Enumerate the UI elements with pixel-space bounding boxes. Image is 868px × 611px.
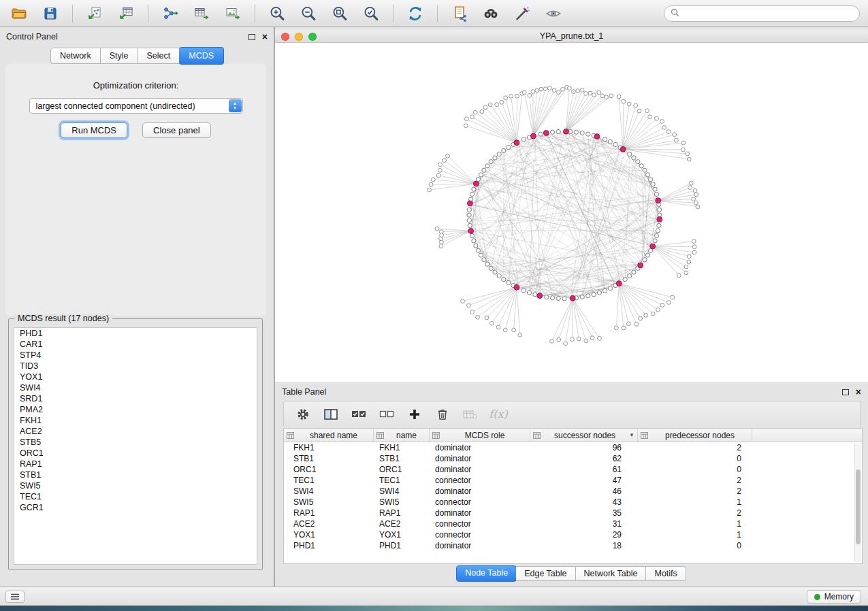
zoom-out-icon[interactable] <box>296 3 321 24</box>
mcds-result-item[interactable]: ORC1 <box>14 448 257 459</box>
memory-label: Memory <box>824 592 854 601</box>
search-box[interactable] <box>664 5 860 22</box>
float-table-panel-icon[interactable] <box>842 389 849 395</box>
mcds-result-item[interactable]: SWI4 <box>14 382 257 393</box>
table-cell: connector <box>430 476 530 485</box>
tab-style[interactable]: Style <box>101 48 138 64</box>
tab-network[interactable]: Network <box>50 48 101 64</box>
mcds-result-item[interactable]: TID3 <box>14 361 257 371</box>
export-image-icon[interactable] <box>221 3 245 24</box>
table-cell: SWI4 <box>374 486 430 496</box>
table-settings-gear-icon[interactable] <box>295 406 311 423</box>
table-cell: dominator <box>430 508 530 518</box>
mcds-result-item[interactable]: YOX1 <box>14 371 257 382</box>
run-mcds-button[interactable]: Run MCDS <box>61 122 127 138</box>
network-canvas[interactable] <box>275 43 868 382</box>
table-row[interactable]: RAP1RAP1dominator352 <box>284 508 862 518</box>
status-bar: Memory <box>0 587 868 606</box>
mcds-result-item[interactable]: PHD1 <box>14 328 257 339</box>
table-row[interactable]: SWI5SWI5connector431 <box>284 497 862 508</box>
mcds-result-list[interactable]: PHD1CAR1STP4TID3YOX1SWI4SRD1PMA2FKH1ACE2… <box>14 327 257 565</box>
close-panel-icon[interactable]: × <box>262 33 268 40</box>
zoom-fit-icon[interactable] <box>327 3 352 24</box>
column-header-successor-nodes[interactable]: successor nodes▼ <box>530 429 638 442</box>
search-icon <box>671 8 679 19</box>
dropdown-stepper-icon: ▲▼ <box>229 99 242 112</box>
tab-node-table[interactable]: Node Table <box>456 565 517 582</box>
mcds-result-item[interactable]: RAP1 <box>14 459 257 469</box>
table-row[interactable]: SWI4SWI4dominator462 <box>284 486 862 497</box>
search-binoculars-icon[interactable] <box>479 3 503 24</box>
show-graphics-details-eye-icon[interactable] <box>541 3 566 24</box>
import-network-file-icon[interactable] <box>82 3 107 24</box>
delete-trash-icon[interactable] <box>434 406 451 423</box>
table-toolbar: f(x) <box>283 401 861 427</box>
table-scrollbar-thumb[interactable] <box>856 469 861 544</box>
zoom-in-icon[interactable] <box>265 3 289 24</box>
tab-network-table[interactable]: Network Table <box>576 566 647 581</box>
column-header-name[interactable]: name <box>374 429 430 442</box>
table-row[interactable]: TEC1TEC1connector472 <box>284 475 862 486</box>
import-table-file-icon[interactable] <box>114 3 138 24</box>
tab-motifs[interactable]: Motifs <box>646 566 686 581</box>
mcds-result-item[interactable]: ACE2 <box>14 426 257 437</box>
optimization-criterion-dropdown[interactable]: largest connected component (undirected)… <box>29 98 243 114</box>
save-session-icon[interactable] <box>38 3 63 24</box>
toolbar-separator <box>72 5 73 22</box>
tab-edge-table[interactable]: Edge Table <box>516 566 575 581</box>
table-row[interactable]: YOX1YOX1connector291 <box>284 529 862 540</box>
tab-select[interactable]: Select <box>138 48 180 64</box>
mcds-result-item[interactable]: FKH1 <box>14 415 257 426</box>
table-cell: connector <box>430 530 530 540</box>
search-input[interactable] <box>684 9 853 18</box>
table-row[interactable]: ORC1ORC1dominator610 <box>284 464 862 475</box>
mcds-result-item[interactable]: STP4 <box>14 350 257 361</box>
table-scrollbar[interactable] <box>854 444 861 562</box>
desktop-wallpaper-strip <box>0 606 868 611</box>
select-all-icon[interactable] <box>351 406 367 423</box>
column-header-mcds-role[interactable]: MCDS role <box>430 429 530 442</box>
mcds-result-item[interactable]: SWI5 <box>14 480 257 491</box>
column-header-predecessor-nodes[interactable]: predecessor nodes <box>638 429 752 442</box>
clone-network-icon[interactable] <box>447 3 472 24</box>
close-table-panel-icon[interactable]: × <box>856 389 861 395</box>
export-network-icon[interactable] <box>158 3 182 24</box>
table-cell: 2 <box>638 443 752 452</box>
table-row[interactable]: STB1STB1dominator620 <box>284 453 862 464</box>
mcds-result-item[interactable]: SRD1 <box>14 393 257 404</box>
zoom-selected-icon[interactable] <box>359 3 383 24</box>
table-cell: 18 <box>530 541 638 550</box>
network-window-title: YPA_prune.txt_1 <box>275 31 868 41</box>
table-cell: 31 <box>530 519 638 529</box>
table-panel: Table Panel × <box>275 384 868 587</box>
function-builder-icon: f(x) <box>490 406 507 423</box>
status-menu-button[interactable] <box>5 591 25 603</box>
wand-style-icon[interactable] <box>510 3 534 24</box>
table-row[interactable]: FKH1FKH1dominator962 <box>284 442 862 453</box>
mcds-result-item[interactable]: TEC1 <box>14 491 257 502</box>
mcds-result-item[interactable]: PMA2 <box>14 404 257 415</box>
show-columns-icon[interactable] <box>323 406 339 423</box>
network-window-titlebar[interactable]: YPA_prune.txt_1 <box>275 30 868 43</box>
table-cell: YOX1 <box>374 530 430 540</box>
float-panel-icon[interactable] <box>248 34 255 40</box>
tab-mcds[interactable]: MCDS <box>179 47 224 65</box>
memory-button[interactable]: Memory <box>807 590 861 604</box>
mcds-result-item[interactable]: STB1 <box>14 469 257 480</box>
table-cell: dominator <box>430 443 530 452</box>
table-cell: RAP1 <box>374 508 430 518</box>
table-cell: RAP1 <box>284 508 374 518</box>
table-row[interactable]: ACE2ACE2connector311 <box>284 518 862 529</box>
mcds-result-item[interactable]: STB5 <box>14 437 257 448</box>
column-header-filler <box>752 429 862 442</box>
add-row-plus-icon[interactable] <box>406 406 423 423</box>
column-header-shared-name[interactable]: shared name <box>284 429 374 442</box>
deselect-all-icon[interactable] <box>379 406 395 423</box>
mcds-result-item[interactable]: CAR1 <box>14 339 257 350</box>
open-session-icon[interactable] <box>7 3 31 24</box>
close-panel-button[interactable]: Close panel <box>142 122 211 138</box>
refresh-network-view-icon[interactable] <box>403 3 428 24</box>
mcds-result-item[interactable]: GCR1 <box>14 502 257 513</box>
export-table-icon[interactable] <box>189 3 214 24</box>
table-row[interactable]: PHD1PHD1dominator180 <box>284 540 862 551</box>
